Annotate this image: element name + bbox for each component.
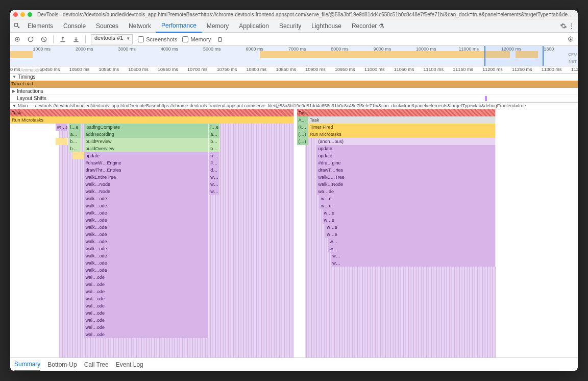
timings-row[interactable]: ▼Timings <box>10 74 578 81</box>
flame-entry[interactable]: buildOverview <box>84 145 209 152</box>
flame-entry[interactable]: addRecording <box>84 131 209 138</box>
flame-entry[interactable]: wal…ode <box>84 295 209 302</box>
flame-entry[interactable] <box>72 152 85 159</box>
flame-entry[interactable]: (…) <box>297 138 308 145</box>
flame-entry[interactable]: b… <box>69 145 81 152</box>
minimize-icon[interactable] <box>20 12 25 17</box>
close-icon[interactable] <box>13 12 18 17</box>
flame-entry[interactable]: buildPreview <box>84 138 209 145</box>
memory-checkbox[interactable]: Memory <box>182 36 211 42</box>
flame-entry[interactable]: wal…ode <box>84 288 209 295</box>
flame-entry[interactable]: wal…ode <box>84 274 209 281</box>
tab-performance[interactable]: Performance <box>156 19 202 33</box>
flame-entry[interactable]: w…e <box>325 231 496 238</box>
bottom-tab-event-log[interactable]: Event Log <box>116 359 143 371</box>
flame-entry[interactable]: wal…ode <box>84 309 209 317</box>
flame-entry[interactable]: w…e <box>320 195 496 202</box>
flame-entry[interactable]: w… <box>328 238 496 245</box>
flame-entry[interactable]: w… <box>209 188 220 195</box>
flame-entry[interactable]: walk…ode <box>84 202 209 209</box>
traceload-row[interactable]: TraceLoad <box>10 81 578 88</box>
flame-entry[interactable]: A… <box>297 116 308 124</box>
flame-entry[interactable]: w…e <box>323 209 496 217</box>
flame-entry[interactable]: Run Microtasks <box>10 116 294 124</box>
tab-recorder ⚗[interactable]: Recorder ⚗ <box>347 19 389 33</box>
clear-icon[interactable] <box>40 35 48 43</box>
flame-entry[interactable]: walk…ode <box>84 209 209 217</box>
tab-sources[interactable]: Sources <box>91 19 124 33</box>
flame-entry[interactable]: walk…ode <box>84 267 209 274</box>
tab-lighthouse[interactable]: Lighthouse <box>306 19 347 33</box>
flame-entry[interactable]: w…e <box>320 202 496 209</box>
flame-entry[interactable]: u… <box>209 152 220 159</box>
flame-entry[interactable]: d… <box>209 166 220 174</box>
flame-entry[interactable]: update <box>316 152 495 159</box>
flame-entry[interactable]: walk…ode <box>84 238 209 245</box>
flame-entry[interactable]: #dra…gine <box>316 159 495 166</box>
flame-entry[interactable]: (…) <box>297 131 308 138</box>
gear-icon[interactable] <box>559 22 568 30</box>
layoutshifts-row[interactable]: Layout Shifts <box>10 95 578 102</box>
profile-select[interactable]: devtools #1 <box>91 34 133 44</box>
tab-memory[interactable]: Memory <box>202 19 234 33</box>
flame-entry[interactable]: walkEntireTree <box>84 174 209 181</box>
flame-entry[interactable]: #… <box>209 159 220 166</box>
flame-entry[interactable]: b… <box>209 138 220 145</box>
flame-entry[interactable]: update <box>84 152 209 159</box>
flame-entry[interactable]: w… <box>328 245 496 252</box>
tab-security[interactable]: Security <box>274 19 306 33</box>
flame-entry[interactable]: b… <box>209 145 220 152</box>
flame-entry[interactable]: w…e <box>323 217 496 224</box>
record-icon[interactable] <box>13 35 21 43</box>
flame-entry[interactable]: b… <box>69 138 81 145</box>
flame-chart[interactable]: TaskRun Microtasks#r…sl…eloadingComplete… <box>10 109 578 358</box>
flame-entry[interactable]: #drawW…Engine <box>84 159 209 166</box>
flame-entry[interactable]: wal…ode <box>84 324 209 331</box>
reload-icon[interactable] <box>27 35 35 43</box>
flame-entry[interactable]: walk…ode <box>84 259 209 267</box>
flame-entry[interactable]: drawT…ries <box>316 166 495 174</box>
inspect-icon[interactable] <box>12 22 22 30</box>
flame-entry[interactable]: walk…Node <box>316 181 495 188</box>
flame-entry[interactable]: l…e <box>209 124 220 131</box>
flame-entry[interactable]: w… <box>331 259 495 267</box>
tab-console[interactable]: Console <box>58 19 91 33</box>
flame-entry[interactable]: wal…ode <box>84 317 209 324</box>
flame-entry[interactable]: a… <box>69 131 81 138</box>
overview-pane[interactable]: 1000 ms2000 ms3000 ms4000 ms5000 ms6000 … <box>10 46 578 66</box>
flame-entry[interactable]: w… <box>331 252 495 259</box>
flame-entry[interactable]: walk…Node <box>84 188 209 195</box>
tab-network[interactable]: Network <box>124 19 156 33</box>
flame-entry[interactable]: w… <box>209 181 220 188</box>
gear-icon[interactable] <box>567 35 575 43</box>
flame-entry[interactable]: walk…Node <box>84 181 209 188</box>
flame-entry[interactable]: (anon…ous) <box>316 138 495 145</box>
flame-entry[interactable]: R… <box>297 124 308 131</box>
interactions-row[interactable]: ▶Interactions <box>10 88 578 95</box>
flame-entry[interactable]: w…e <box>325 224 496 231</box>
screenshots-checkbox[interactable]: Screenshots <box>138 36 177 42</box>
flame-entry[interactable]: #r…s <box>56 124 68 131</box>
flame-entry[interactable]: walk…ode <box>84 195 209 202</box>
flame-entry[interactable]: walk…ode <box>84 224 209 231</box>
flame-entry[interactable]: Timer Fired <box>308 124 496 131</box>
flame-entry[interactable]: wal…ode <box>84 331 209 338</box>
flame-entry[interactable]: Run Microtasks <box>308 131 496 138</box>
bottom-tab-call-tree[interactable]: Call Tree <box>84 359 109 371</box>
flame-entry[interactable]: walk…ode <box>84 252 209 259</box>
bottom-tab-summary[interactable]: Summary <box>14 358 40 371</box>
main-thread-header[interactable]: ▼ Main — devtools://devtools/bundled/dev… <box>10 103 578 109</box>
flame-entry[interactable]: walk…ode <box>84 245 209 252</box>
flame-entry[interactable]: update <box>316 145 495 152</box>
flame-entry[interactable]: Task <box>10 109 294 116</box>
tab-elements[interactable]: Elements <box>22 19 58 33</box>
flame-entry[interactable]: wa…de <box>316 188 495 195</box>
flame-entry[interactable]: wal…ode <box>84 302 209 309</box>
flame-entry[interactable]: walkE…Tree <box>316 174 495 181</box>
flame-entry[interactable]: drawThr…Entries <box>84 166 209 174</box>
flame-entry[interactable]: walk…ode <box>84 231 209 238</box>
flame-entry[interactable] <box>56 138 68 145</box>
maximize-icon[interactable] <box>28 12 32 17</box>
flame-entry[interactable]: walk…ode <box>84 217 209 224</box>
time-ruler[interactable]: Animations 0 ms10450 ms10500 ms10550 ms1… <box>10 66 578 74</box>
